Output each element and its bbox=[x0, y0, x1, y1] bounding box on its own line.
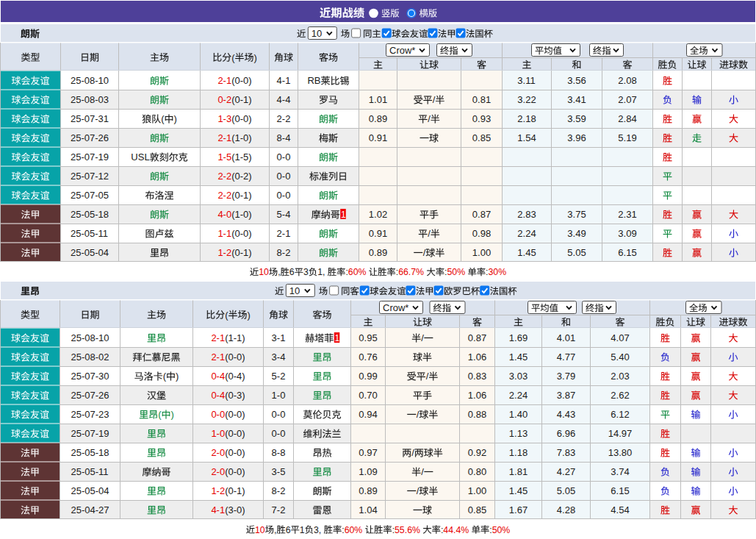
svg-text:4.27: 4.27 bbox=[557, 466, 575, 477]
svg-text:25-05-11: 25-05-11 bbox=[71, 228, 108, 239]
svg-text:25-07-19: 25-07-19 bbox=[71, 428, 109, 439]
svg-text:1: 1 bbox=[300, 525, 305, 535]
svg-text:(1-1): (1-1) bbox=[225, 332, 245, 343]
svg-text:(0-0): (0-0) bbox=[225, 428, 245, 439]
svg-text:4-4: 4-4 bbox=[277, 94, 291, 105]
svg-text:(0-1): (0-1) bbox=[231, 190, 251, 201]
svg-text:8-2: 8-2 bbox=[277, 247, 291, 258]
svg-text:4.54: 4.54 bbox=[611, 504, 629, 515]
svg-text:25-05-04: 25-05-04 bbox=[71, 485, 109, 496]
svg-text:0.70: 0.70 bbox=[359, 390, 377, 401]
svg-text:(0-0): (0-0) bbox=[225, 409, 245, 420]
svg-text:): ) bbox=[248, 310, 251, 321]
svg-text:0.95: 0.95 bbox=[359, 332, 377, 343]
svg-text:25-07-12: 25-07-12 bbox=[71, 171, 109, 182]
svg-text:/: / bbox=[417, 485, 420, 496]
svg-text:3.75: 3.75 bbox=[567, 209, 586, 220]
svg-text:2.24: 2.24 bbox=[517, 228, 536, 239]
svg-text:25-05-18: 25-05-18 bbox=[71, 447, 109, 458]
svg-text:10: 10 bbox=[259, 267, 269, 277]
svg-text:RB: RB bbox=[307, 75, 320, 86]
svg-text:3.49: 3.49 bbox=[567, 228, 586, 239]
svg-text:2-0: 2-0 bbox=[211, 447, 225, 458]
svg-text:2-0: 2-0 bbox=[211, 466, 225, 477]
svg-text:5-4: 5-4 bbox=[277, 209, 291, 220]
svg-text:0.85: 0.85 bbox=[468, 504, 486, 515]
svg-text:): ) bbox=[254, 52, 257, 63]
svg-text:/: / bbox=[426, 371, 429, 382]
svg-text:25-08-02: 25-08-02 bbox=[71, 351, 109, 363]
svg-text:0.94: 0.94 bbox=[359, 409, 377, 420]
svg-text:25-05-18: 25-05-18 bbox=[71, 209, 109, 220]
svg-text:(0-3): (0-3) bbox=[225, 390, 245, 401]
svg-text:(0-0): (0-0) bbox=[225, 466, 245, 477]
svg-text:1-0: 1-0 bbox=[272, 390, 286, 401]
svg-text:25-08-10: 25-08-10 bbox=[71, 75, 109, 86]
svg-text:0.93: 0.93 bbox=[472, 113, 491, 124]
svg-text:44.4%: 44.4% bbox=[443, 525, 469, 535]
svg-text:3.03: 3.03 bbox=[509, 371, 528, 382]
svg-text:(: ( bbox=[163, 371, 167, 382]
svg-text:(0-1): (0-1) bbox=[225, 485, 245, 496]
svg-text:2.31: 2.31 bbox=[618, 209, 636, 220]
svg-text:3.96: 3.96 bbox=[567, 132, 586, 143]
svg-text:1.04: 1.04 bbox=[359, 504, 377, 515]
svg-text:25-05-04: 25-05-04 bbox=[71, 247, 109, 258]
svg-text:50%: 50% bbox=[447, 267, 465, 277]
svg-text:/: / bbox=[423, 247, 426, 258]
svg-text:USL: USL bbox=[131, 151, 149, 163]
svg-text:1.00: 1.00 bbox=[472, 247, 491, 258]
svg-text:): ) bbox=[171, 409, 174, 420]
svg-text:0-0: 0-0 bbox=[277, 190, 291, 201]
svg-text:0-4: 0-4 bbox=[211, 390, 225, 401]
svg-text:0-0: 0-0 bbox=[211, 409, 225, 420]
svg-text:(0-0): (0-0) bbox=[225, 447, 245, 458]
svg-text:2.83: 2.83 bbox=[517, 209, 536, 220]
svg-text:2.03: 2.03 bbox=[611, 371, 629, 382]
svg-text:25-07-30: 25-07-30 bbox=[71, 371, 109, 382]
svg-text:4.77: 4.77 bbox=[557, 351, 575, 363]
svg-text:(1-5): (1-5) bbox=[231, 151, 251, 163]
svg-text:0.92: 0.92 bbox=[468, 447, 486, 458]
svg-text:3.59: 3.59 bbox=[567, 113, 586, 124]
svg-text:3.22: 3.22 bbox=[517, 94, 536, 105]
svg-text:3-4: 3-4 bbox=[272, 351, 286, 363]
svg-text:1: 1 bbox=[335, 333, 340, 343]
svg-text:4-1: 4-1 bbox=[211, 504, 225, 515]
svg-text:10: 10 bbox=[312, 28, 322, 39]
svg-text:0.89: 0.89 bbox=[369, 247, 387, 258]
svg-text:1.09: 1.09 bbox=[359, 466, 377, 477]
svg-text:2.24: 2.24 bbox=[509, 390, 528, 401]
svg-text:1-1: 1-1 bbox=[217, 228, 231, 239]
svg-text:4-1: 4-1 bbox=[277, 75, 291, 86]
svg-text:(0-0): (0-0) bbox=[231, 113, 251, 124]
svg-text:1.67: 1.67 bbox=[509, 504, 528, 515]
svg-text:4.01: 4.01 bbox=[557, 332, 575, 343]
svg-text:10: 10 bbox=[289, 285, 300, 296]
svg-text:2.07: 2.07 bbox=[618, 94, 636, 105]
svg-text:0.81: 0.81 bbox=[472, 94, 491, 105]
svg-text:55.6%: 55.6% bbox=[395, 525, 420, 535]
svg-text:/: / bbox=[421, 332, 424, 343]
svg-text:0.76: 0.76 bbox=[359, 351, 377, 363]
svg-text:/: / bbox=[433, 94, 436, 105]
svg-text:(1-0): (1-0) bbox=[231, 209, 251, 220]
svg-text:1.54: 1.54 bbox=[517, 132, 536, 143]
svg-text:0-0: 0-0 bbox=[277, 171, 291, 182]
svg-text:25-07-23: 25-07-23 bbox=[71, 409, 109, 420]
svg-text:0-0: 0-0 bbox=[272, 428, 286, 439]
svg-text:Crow*: Crow* bbox=[383, 302, 408, 313]
svg-text:(0-2): (0-2) bbox=[231, 171, 251, 182]
svg-text:2-1: 2-1 bbox=[217, 75, 231, 86]
svg-text:0.89: 0.89 bbox=[369, 113, 387, 124]
svg-text:5.19: 5.19 bbox=[618, 132, 636, 143]
svg-text:2-1: 2-1 bbox=[211, 351, 225, 363]
svg-text:/: / bbox=[428, 228, 431, 239]
svg-text:25-08-10: 25-08-10 bbox=[71, 332, 109, 343]
svg-text:2-2: 2-2 bbox=[277, 113, 291, 124]
svg-text:0.91: 0.91 bbox=[369, 132, 387, 143]
svg-text:(0-0): (0-0) bbox=[231, 228, 251, 239]
svg-text:5.05: 5.05 bbox=[557, 485, 575, 496]
svg-text:60%: 60% bbox=[348, 267, 367, 277]
svg-text:0-4: 0-4 bbox=[211, 371, 225, 382]
